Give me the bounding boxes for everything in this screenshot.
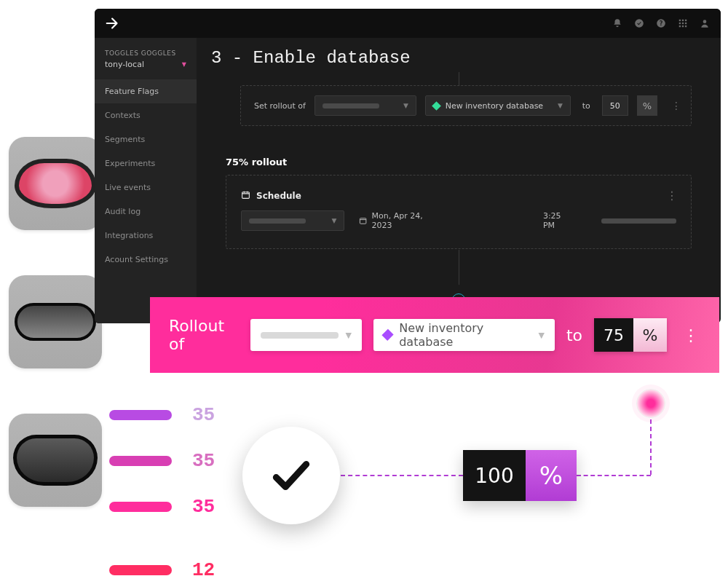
placeholder-bar	[323, 103, 379, 109]
schedule-time[interactable]: 3:25 PM	[543, 211, 574, 230]
svg-text:?: ?	[660, 20, 663, 27]
sidebar-item-account-settings[interactable]: Acount Settings	[95, 248, 197, 272]
variant-label: New inventory database	[446, 101, 543, 111]
placeholder-bar	[249, 218, 306, 224]
metric-row: 35	[109, 404, 215, 426]
flow-connector	[459, 250, 459, 285]
product-thumb[interactable]	[9, 275, 102, 368]
environment-switcher[interactable]: tony-local ▼	[95, 58, 197, 79]
svg-rect-3	[679, 20, 681, 21]
chevron-down-icon: ▼	[538, 331, 544, 340]
sidebar-item-feature-flags[interactable]: Feature Flags	[95, 79, 197, 103]
help-icon[interactable]: ?	[655, 17, 667, 29]
percent-unit: %	[633, 318, 667, 352]
set-rollout-label: Set rollout of	[254, 101, 306, 111]
percent-unit: %	[637, 95, 657, 116]
metric-bar	[109, 502, 172, 512]
svg-rect-5	[685, 20, 687, 21]
sidebar-header: TOGGLES GOGGLES	[95, 45, 197, 58]
schedule-date[interactable]: Mon, Apr 24, 2023	[359, 211, 441, 230]
metric-bar	[109, 456, 172, 466]
check-circle-icon[interactable]	[633, 17, 645, 29]
bell-icon[interactable]	[612, 17, 623, 29]
schedule-panel: ⋮ Schedule ▼ Mon,	[226, 175, 692, 249]
flow-connector	[341, 475, 463, 476]
svg-rect-9	[679, 25, 681, 27]
user-icon[interactable]	[699, 17, 711, 29]
rollout-bar: Rollout of ▼ New inventory database ▼ to…	[150, 297, 719, 373]
schedule-heading: Schedule	[241, 190, 676, 202]
metric-value: 35	[192, 404, 215, 426]
rollout-100-value: 100	[463, 450, 526, 501]
topbar-icons: ?	[612, 17, 711, 29]
rollout-variant-select[interactable]: New inventory database ▼	[373, 319, 555, 351]
context-select[interactable]: ▼	[314, 95, 416, 116]
product-thumbs	[9, 137, 102, 552]
flow-connector	[577, 475, 651, 476]
svg-rect-7	[682, 23, 684, 24]
svg-rect-8	[685, 23, 687, 24]
metric-value: 12	[192, 559, 215, 576]
schedule-type-select[interactable]: ▼	[241, 210, 344, 231]
chevron-down-icon: ▼	[558, 102, 563, 109]
placeholder-bar	[601, 218, 676, 224]
diamond-icon	[381, 329, 393, 341]
sidebar: TOGGLES GOGGLES tony-local ▼ Feature Fla…	[95, 38, 197, 323]
rollout-section-title: 75% rollout	[226, 157, 692, 167]
percent-unit: %	[526, 450, 577, 501]
success-badge	[242, 427, 340, 524]
svg-point-12	[703, 20, 707, 23]
metric-row: 35	[109, 496, 215, 518]
apps-grid-icon[interactable]	[677, 17, 689, 29]
metric-row: 12	[109, 559, 215, 576]
app-window: ? TOGGLES GOGGLES tony-local ▼ Feature F…	[95, 9, 721, 323]
sidebar-item-experiments[interactable]: Experiments	[95, 151, 197, 175]
rollout-context-select[interactable]: ▼	[250, 319, 362, 351]
calendar-icon	[241, 190, 250, 202]
check-icon	[269, 453, 314, 498]
to-label: to	[582, 101, 590, 111]
metric-bar	[109, 565, 172, 575]
chevron-down-icon: ▼	[182, 61, 186, 68]
more-icon[interactable]: ⋮	[683, 326, 700, 344]
placeholder-bar	[261, 332, 339, 339]
rollout-rule-50: Set rollout of ▼ New inventory database …	[240, 85, 692, 126]
svg-rect-13	[242, 192, 250, 199]
sidebar-item-segments[interactable]: Segments	[95, 127, 197, 151]
sidebar-item-integrations[interactable]: Integrations	[95, 224, 197, 248]
sidebar-item-audit-log[interactable]: Audit log	[95, 200, 197, 224]
rollout-100: 100 %	[463, 450, 577, 501]
rollout-percent-value: 75	[594, 318, 633, 352]
metric-value: 35	[192, 450, 215, 472]
svg-rect-10	[682, 25, 684, 27]
chevron-down-icon: ▼	[346, 331, 352, 340]
percent-input[interactable]: 50	[602, 95, 628, 116]
more-icon[interactable]: ⋮	[666, 189, 678, 202]
svg-rect-11	[685, 25, 687, 27]
variant-select[interactable]: New inventory database ▼	[425, 95, 571, 116]
sidebar-item-live-events[interactable]: Live events	[95, 175, 197, 200]
sidebar-item-contexts[interactable]: Contexts	[95, 103, 197, 127]
flow-node-icon	[636, 389, 665, 418]
metric-value: 35	[192, 496, 215, 518]
svg-rect-6	[679, 23, 681, 24]
chevron-down-icon: ▼	[403, 102, 408, 109]
to-label: to	[566, 326, 582, 344]
main-content: 3 - Enable database ▾ Set rollout of ▼ N…	[197, 38, 721, 323]
rollout-of-label: Rollout of	[169, 317, 239, 353]
more-icon[interactable]: ⋮	[671, 100, 682, 111]
diamond-icon	[432, 101, 441, 111]
topbar: ?	[95, 9, 721, 38]
metric-bar	[109, 410, 172, 420]
rollout-variant-label: New inventory database	[399, 321, 531, 349]
app-logo-icon	[105, 15, 121, 31]
page-title: 3 - Enable database	[211, 48, 706, 68]
metric-row: 35	[109, 450, 215, 472]
product-thumb[interactable]	[9, 137, 102, 230]
svg-rect-14	[360, 218, 366, 224]
env-label: tony-local	[105, 60, 144, 69]
svg-point-0	[635, 19, 644, 28]
rollout-percent-field[interactable]: 75 %	[594, 318, 667, 352]
product-thumb[interactable]	[9, 414, 102, 507]
svg-rect-4	[682, 20, 684, 21]
